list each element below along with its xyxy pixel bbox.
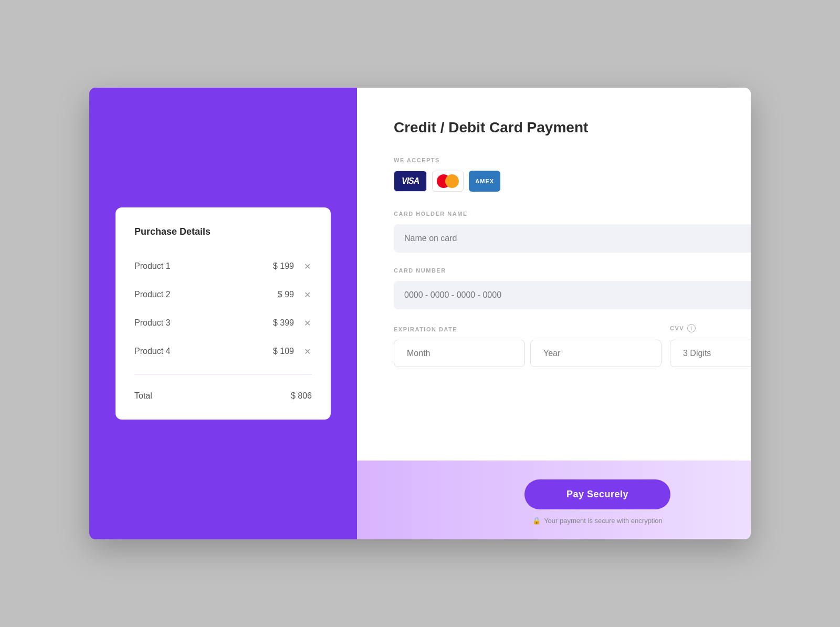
- cvv-info-icon[interactable]: i: [687, 324, 696, 332]
- payment-title: Credit / Debit Card Payment: [394, 119, 751, 136]
- product-item: Product 3 $ 399 ✕: [134, 309, 312, 337]
- product-name: Product 4: [134, 347, 170, 356]
- mc-circle-orange: [445, 174, 459, 188]
- left-panel: Purchase Details Product 1 $ 199 ✕ Produ…: [89, 88, 357, 539]
- expiry-cvv-row: EXPIRATION DATE CVV i: [394, 324, 751, 367]
- card-logos: VISA AMEX: [394, 171, 751, 192]
- product-name: Product 3: [134, 318, 170, 328]
- card-holder-name-group: CARD HOLDER NAME: [394, 211, 751, 253]
- main-container: Purchase Details Product 1 $ 199 ✕ Produ…: [89, 88, 751, 539]
- card-holder-name-input[interactable]: [394, 224, 751, 253]
- right-content: Credit / Debit Card Payment WE ACCEPTS V…: [357, 88, 751, 461]
- product-item: Product 2 $ 99 ✕: [134, 280, 312, 309]
- product-item: Product 1 $ 199 ✕: [134, 252, 312, 280]
- card-number-input[interactable]: [394, 281, 751, 309]
- product-right: $ 109 ✕: [273, 347, 312, 356]
- product-name: Product 2: [134, 290, 170, 299]
- total-row: Total $ 806: [134, 383, 312, 401]
- cvv-group: CVV i: [670, 324, 751, 367]
- purchase-card: Purchase Details Product 1 $ 199 ✕ Produ…: [116, 207, 331, 420]
- pay-securely-button[interactable]: Pay Securely: [524, 479, 670, 509]
- remove-product-button[interactable]: ✕: [302, 347, 312, 356]
- remove-product-button[interactable]: ✕: [302, 318, 312, 328]
- product-right: $ 199 ✕: [273, 262, 312, 271]
- product-name: Product 1: [134, 262, 170, 271]
- year-input[interactable]: [530, 340, 662, 367]
- expiry-group: EXPIRATION DATE: [394, 326, 662, 367]
- remove-product-button[interactable]: ✕: [302, 290, 312, 299]
- product-price: $ 199: [273, 262, 294, 271]
- product-right: $ 399 ✕: [273, 318, 312, 328]
- bottom-panel: Pay Securely 🔒 Your payment is secure wi…: [357, 461, 751, 539]
- product-right: $ 99 ✕: [278, 290, 312, 299]
- total-divider: [134, 374, 312, 374]
- remove-product-button[interactable]: ✕: [302, 262, 312, 271]
- expiry-inputs: [394, 340, 662, 367]
- product-price: $ 109: [273, 347, 294, 356]
- cvv-label-row: CVV i: [670, 324, 751, 332]
- card-holder-name-label: CARD HOLDER NAME: [394, 211, 751, 217]
- amex-logo: AMEX: [469, 171, 500, 192]
- product-item: Product 4 $ 109 ✕: [134, 337, 312, 365]
- product-price: $ 99: [278, 290, 294, 299]
- cvv-input[interactable]: [670, 340, 751, 367]
- expiry-label: EXPIRATION DATE: [394, 326, 662, 332]
- total-label: Total: [134, 391, 152, 401]
- product-list: Product 1 $ 199 ✕ Product 2 $ 99 ✕ Produ…: [134, 252, 312, 365]
- card-number-label: CARD NUMBER: [394, 267, 751, 274]
- mastercard-logo: [432, 171, 464, 192]
- right-panel: Credit / Debit Card Payment WE ACCEPTS V…: [357, 88, 751, 539]
- card-number-group: CARD NUMBER: [394, 267, 751, 309]
- total-amount: $ 806: [291, 391, 312, 401]
- we-accepts-label: WE ACCEPTS: [394, 157, 751, 163]
- visa-logo: VISA: [394, 171, 427, 192]
- purchase-details-title: Purchase Details: [134, 226, 312, 237]
- month-input[interactable]: [394, 340, 525, 367]
- secure-text-label: Your payment is secure with encryption: [544, 517, 663, 525]
- cvv-label: CVV: [670, 325, 684, 331]
- product-price: $ 399: [273, 318, 294, 328]
- lock-icon: 🔒: [532, 517, 541, 525]
- secure-text: 🔒 Your payment is secure with encryption: [532, 517, 663, 525]
